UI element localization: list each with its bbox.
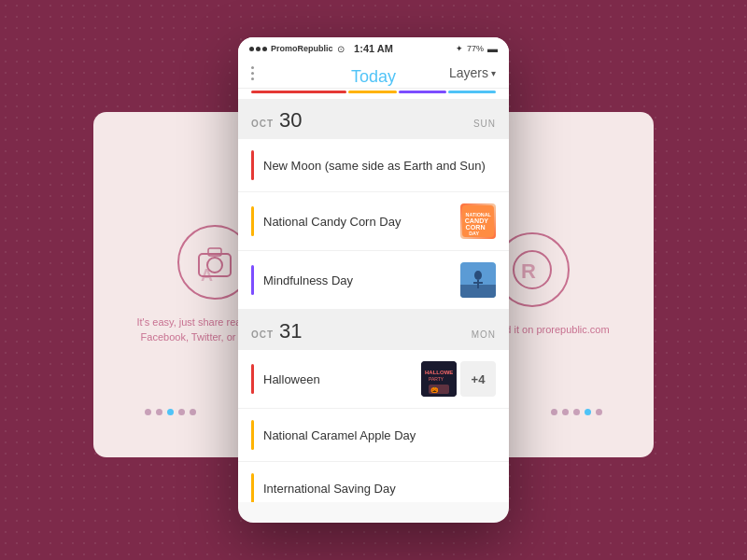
layers-label: Layers <box>449 65 488 80</box>
battery-icon: ▬ <box>487 43 498 54</box>
event-bar-mindfulness <box>251 265 254 295</box>
svg-text:R: R <box>521 259 536 283</box>
event-new-moon[interactable]: New Moon (same side as Earth and Sun) <box>238 139 509 191</box>
svg-text:🎃: 🎃 <box>430 385 439 394</box>
mindfulness-image <box>460 262 496 298</box>
candy-corn-image: NATIONAL CANDY CORN DAY <box>462 203 494 239</box>
signal-dot-1 <box>249 47 254 51</box>
pagination-dots-left <box>145 409 196 415</box>
dot-1 <box>145 409 151 415</box>
event-bar-caramel-apple <box>251 420 254 450</box>
dot-r1 <box>551 409 557 415</box>
svg-text:DAY: DAY <box>469 231 479 236</box>
event-images-halloween: HALLOWE PARTY 🎃 +4 <box>421 361 496 397</box>
date-main-oct30: OCT 30 <box>251 108 303 133</box>
events-content: OCT 30 SUN New Moon (same side as Earth … <box>238 99 509 502</box>
halloween-thumb: HALLOWE PARTY 🎃 <box>421 361 457 397</box>
event-bar-new-moon <box>251 150 254 180</box>
dot-r4 <box>585 409 591 415</box>
menu-dot-3 <box>251 77 254 80</box>
carrier-name: PromoRepublic <box>271 44 333 53</box>
date-main-oct31: OCT 31 <box>251 319 303 343</box>
event-bar-halloween <box>251 364 254 394</box>
status-left: PromoRepublic ⊙ <box>249 44 345 54</box>
dot-r5 <box>596 409 602 415</box>
event-bar-intl-saving <box>251 473 254 502</box>
status-bar: PromoRepublic ⊙ 1:41 AM ✦ 77% ▬ <box>238 37 509 58</box>
event-title-new-moon: New Moon (same side as Earth and Sun) <box>263 159 496 173</box>
date-month-oct30: OCT <box>251 119 274 129</box>
menu-button[interactable] <box>251 66 254 80</box>
pagination-dots-right <box>551 409 602 415</box>
wifi-icon: ⊙ <box>337 44 345 54</box>
event-mindfulness[interactable]: Mindfulness Day <box>238 251 509 309</box>
promo-republic-icon: R <box>509 246 556 293</box>
signal-dot-2 <box>256 47 261 51</box>
event-images-mindfulness <box>460 262 496 298</box>
bluetooth-icon: ✦ <box>456 44 463 53</box>
halloween-extra-count: +4 <box>460 361 496 397</box>
layers-button[interactable]: Layers ▾ <box>449 65 496 80</box>
mindfulness-thumb <box>460 262 496 298</box>
date-month-oct31: OCT <box>251 329 274 340</box>
color-purple[interactable] <box>399 91 446 93</box>
color-blue[interactable] <box>448 91 496 93</box>
halloween-image: HALLOWE PARTY 🎃 <box>421 361 457 397</box>
signal-dots <box>249 47 267 51</box>
event-halloween[interactable]: Halloween HALLOWE PARTY 🎃 +4 <box>238 350 509 408</box>
event-title-halloween: Halloween <box>263 372 412 386</box>
event-title-caramel-apple: National Caramel Apple Day <box>263 428 496 442</box>
status-time: 1:41 AM <box>354 43 393 54</box>
color-red[interactable] <box>251 91 346 93</box>
svg-text:HALLOWE: HALLOWE <box>425 370 453 375</box>
status-right: ✦ 77% ▬ <box>456 43 498 54</box>
phone-card: PromoRepublic ⊙ 1:41 AM ✦ 77% ▬ Today La… <box>238 37 509 523</box>
camera-icon: A <box>191 239 238 286</box>
dot-3 <box>167 409 174 415</box>
event-title-mindfulness: Mindfulness Day <box>263 273 451 287</box>
dot-4 <box>178 409 185 415</box>
event-images-candy-corn: NATIONAL CANDY CORN DAY <box>460 203 496 239</box>
battery-percentage: 77% <box>467 44 484 53</box>
svg-text:A: A <box>201 266 213 285</box>
svg-text:NATIONAL: NATIONAL <box>466 212 492 217</box>
header-title: Today <box>351 67 396 87</box>
candy-corn-thumb: NATIONAL CANDY CORN DAY <box>460 203 496 239</box>
event-candy-corn[interactable]: National Candy Corn Day NATIONAL CANDY C… <box>238 192 509 250</box>
dot-2 <box>156 409 162 415</box>
event-title-candy-corn: National Candy Corn Day <box>263 215 451 229</box>
event-caramel-apple[interactable]: National Caramel Apple Day <box>238 409 509 461</box>
date-header-oct30: OCT 30 SUN <box>238 99 509 138</box>
app-header: Today Layers ▾ <box>238 58 509 89</box>
dot-r3 <box>573 409 580 415</box>
date-weekday-oct30: SUN <box>473 119 496 129</box>
svg-text:PARTY: PARTY <box>429 376 444 382</box>
layers-arrow-icon: ▾ <box>491 68 496 78</box>
menu-dot-1 <box>251 66 254 69</box>
date-weekday-oct31: MON <box>472 329 496 340</box>
event-title-intl-saving: International Saving Day <box>263 482 496 496</box>
date-header-oct31: OCT 31 MON <box>238 310 509 349</box>
color-filter-bar <box>238 89 509 99</box>
color-yellow[interactable] <box>348 91 396 93</box>
event-bar-candy-corn <box>251 206 254 236</box>
menu-dot-2 <box>251 72 254 75</box>
dot-r2 <box>562 409 569 415</box>
svg-point-13 <box>474 271 482 280</box>
event-intl-saving[interactable]: International Saving Day <box>238 462 509 502</box>
dot-5 <box>190 409 196 415</box>
date-day-oct30: 30 <box>279 108 302 133</box>
signal-dot-3 <box>262 47 267 51</box>
date-day-oct31: 31 <box>279 319 302 343</box>
